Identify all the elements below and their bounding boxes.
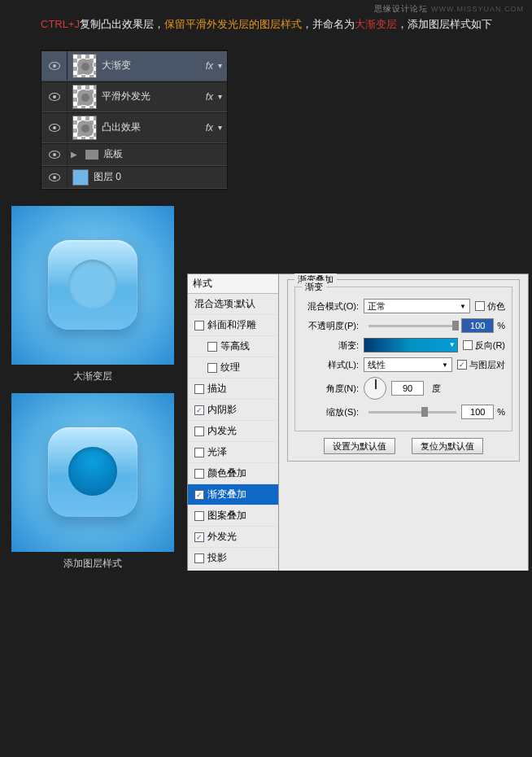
layer-row[interactable]: 平滑外发光 fx▾ bbox=[41, 81, 227, 112]
checkbox-align[interactable] bbox=[457, 360, 467, 370]
checkbox[interactable] bbox=[194, 427, 204, 436]
settings-panel: 渐变叠加 渐变 混合模式(O): 正常▼ 仿色 不透明度(P): 100 % bbox=[279, 274, 528, 476]
checkbox[interactable] bbox=[194, 554, 204, 563]
chevron-down-icon: ▼ bbox=[460, 303, 466, 310]
label-opacity: 不透明度(P): bbox=[302, 320, 359, 332]
btn-set-default[interactable]: 设置为默认值 bbox=[324, 438, 395, 454]
layer-row-folder[interactable]: ▶ 底板 bbox=[41, 143, 227, 166]
label-style: 样式(L): bbox=[302, 359, 359, 371]
style-stroke[interactable]: 描边 bbox=[188, 378, 278, 400]
watermark-text: 思缘设计论坛 WWW.MISSYUAN.COM bbox=[374, 3, 524, 15]
checkbox-reverse[interactable] bbox=[463, 340, 473, 350]
checkbox[interactable] bbox=[207, 363, 217, 373]
layer-thumb[interactable] bbox=[72, 169, 89, 186]
style-pattern-overlay[interactable]: 图案叠加 bbox=[188, 505, 278, 527]
style-inner-glow[interactable]: 内发光 bbox=[188, 421, 278, 442]
blend-mode-combo[interactable]: 正常▼ bbox=[364, 299, 470, 313]
fx-indicator[interactable]: fx bbox=[206, 60, 213, 72]
style-bevel[interactable]: 斜面和浮雕 bbox=[188, 315, 278, 336]
gradient-swatch[interactable]: ▼ bbox=[364, 338, 458, 352]
eye-icon[interactable] bbox=[49, 62, 60, 70]
eye-icon[interactable] bbox=[49, 173, 60, 182]
chevron-down-icon: ▼ bbox=[449, 341, 456, 348]
layer-thumb[interactable] bbox=[72, 54, 97, 78]
chevron-down-icon[interactable]: ▾ bbox=[218, 61, 222, 70]
preview-before bbox=[11, 206, 174, 365]
scale-value[interactable]: 100 bbox=[461, 405, 494, 419]
style-inner-shadow[interactable]: 内阴影 bbox=[188, 400, 278, 421]
styles-header: 样式 bbox=[188, 274, 278, 294]
eye-icon[interactable] bbox=[49, 151, 60, 159]
style-texture[interactable]: 纹理 bbox=[188, 357, 278, 378]
label-angle: 角度(N): bbox=[302, 383, 359, 395]
scale-slider[interactable] bbox=[368, 411, 456, 414]
checkbox[interactable] bbox=[194, 321, 204, 330]
opacity-slider[interactable] bbox=[368, 325, 456, 327]
layer-label: 底板 bbox=[103, 147, 227, 161]
chevron-right-icon[interactable]: ▶ bbox=[71, 150, 77, 159]
checkbox[interactable] bbox=[194, 469, 204, 479]
preview-after bbox=[11, 393, 174, 552]
checkbox[interactable] bbox=[194, 490, 204, 500]
layer-label: 凸出效果 bbox=[102, 120, 206, 134]
style-color-overlay[interactable]: 颜色叠加 bbox=[188, 463, 278, 484]
checkbox[interactable] bbox=[207, 342, 217, 352]
layer-thumb[interactable] bbox=[72, 116, 97, 140]
chevron-down-icon[interactable]: ▾ bbox=[218, 123, 222, 132]
folder-icon bbox=[85, 150, 98, 160]
layer-label: 图层 0 bbox=[94, 170, 227, 184]
styles-list: 样式 混合选项:默认 斜面和浮雕 等高线 纹理 描边 内阴影 内发光 光泽 颜色… bbox=[188, 274, 279, 571]
label-blend-mode: 混合模式(O): bbox=[302, 300, 359, 313]
layer-thumb[interactable] bbox=[72, 85, 97, 109]
angle-value[interactable]: 90 bbox=[391, 381, 424, 396]
preview-caption: 大渐变层 bbox=[11, 370, 174, 383]
layer-row[interactable]: 凸出效果 fx▾ bbox=[41, 112, 227, 143]
layer-label: 平滑外发光 bbox=[102, 90, 206, 103]
layer-style-dialog: 样式 混合选项:默认 斜面和浮雕 等高线 纹理 描边 内阴影 内发光 光泽 颜色… bbox=[187, 273, 529, 571]
style-gradient-overlay[interactable]: 渐变叠加 bbox=[188, 484, 278, 505]
btn-reset-default[interactable]: 复位为默认值 bbox=[412, 438, 483, 454]
chevron-down-icon[interactable]: ▾ bbox=[218, 92, 222, 101]
style-combo[interactable]: 线性▼ bbox=[364, 357, 452, 372]
checkbox[interactable] bbox=[194, 405, 204, 415]
chevron-down-icon: ▼ bbox=[442, 361, 448, 369]
layer-row[interactable]: 图层 0 bbox=[41, 166, 227, 189]
eye-icon[interactable] bbox=[49, 124, 60, 132]
fx-indicator[interactable]: fx bbox=[206, 122, 213, 133]
preview-caption: 添加图层样式 bbox=[11, 557, 174, 571]
opacity-value[interactable]: 100 bbox=[461, 318, 494, 333]
checkbox-dither[interactable] bbox=[475, 301, 485, 311]
layer-label: 大渐变 bbox=[102, 59, 206, 72]
checkbox[interactable] bbox=[194, 511, 204, 521]
label-scale: 缩放(S): bbox=[302, 406, 359, 418]
style-blend-options[interactable]: 混合选项:默认 bbox=[188, 294, 278, 315]
angle-dial[interactable] bbox=[364, 377, 386, 400]
style-drop-shadow[interactable]: 投影 bbox=[188, 548, 278, 569]
fx-indicator[interactable]: fx bbox=[206, 91, 213, 103]
style-outer-glow[interactable]: 外发光 bbox=[188, 527, 278, 548]
style-contour[interactable]: 等高线 bbox=[188, 336, 278, 357]
style-satin[interactable]: 光泽 bbox=[188, 442, 278, 463]
fieldset-title: 渐变 bbox=[302, 281, 326, 293]
checkbox[interactable] bbox=[194, 448, 204, 457]
layer-row-selected[interactable]: 大渐变 fx▾ bbox=[41, 50, 227, 81]
layers-panel: 大渐变 fx▾ 平滑外发光 fx▾ 凸出效果 fx▾ ▶ 底板 图层 0 bbox=[41, 50, 228, 190]
checkbox[interactable] bbox=[194, 532, 204, 542]
checkbox[interactable] bbox=[194, 384, 204, 394]
eye-icon[interactable] bbox=[49, 93, 60, 101]
label-gradient: 渐变: bbox=[302, 339, 359, 352]
